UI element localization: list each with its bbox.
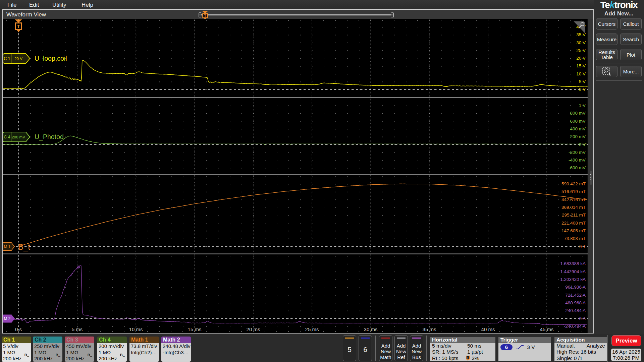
svg-text:45 ms: 45 ms [540, 326, 554, 332]
svg-text:20 ms: 20 ms [247, 326, 260, 332]
svg-text:1.683388 kA: 1.683388 kA [560, 261, 586, 266]
svg-text:U_Photod: U_Photod [35, 133, 64, 141]
svg-text:30 ms: 30 ms [364, 326, 378, 332]
svg-text:10 ms: 10 ms [129, 326, 143, 332]
svg-text:20 V: 20 V [14, 57, 22, 61]
svg-text:221.408 mT: 221.408 mT [561, 221, 586, 226]
svg-text:0 V: 0 V [579, 87, 586, 92]
svg-text:516.619 mT: 516.619 mT [561, 189, 586, 194]
svg-text:369.014 mT: 369.014 mT [561, 205, 586, 210]
svg-text:73.803 mT: 73.803 mT [564, 236, 586, 241]
svg-text:25 ms: 25 ms [305, 326, 319, 332]
svg-text:15 ms: 15 ms [188, 326, 202, 332]
svg-text:0 V: 0 V [579, 142, 586, 147]
svg-text:200 mV: 200 mV [12, 135, 25, 139]
svg-text:B_t: B_t [18, 242, 30, 251]
svg-text:400 mV: 400 mV [570, 126, 586, 131]
svg-text:442.816 mT: 442.816 mT [561, 197, 586, 202]
svg-text:800 mV: 800 mV [570, 111, 586, 116]
svg-text:1 V: 1 V [579, 103, 586, 108]
svg-text:15 V: 15 V [576, 63, 586, 68]
svg-text:10 V: 10 V [576, 71, 586, 76]
svg-text:U_loop,coil: U_loop,coil [35, 55, 67, 62]
svg-text:T: T [17, 24, 20, 29]
svg-text:0 T: 0 T [579, 244, 586, 249]
svg-text:C 4: C 4 [4, 135, 10, 139]
svg-text:35 ms: 35 ms [423, 326, 436, 332]
svg-text:-400 mV: -400 mV [569, 158, 586, 163]
svg-text:721.452 A: 721.452 A [565, 293, 586, 298]
svg-text:200 mV: 200 mV [570, 134, 586, 139]
svg-text:0 s: 0 s [15, 326, 22, 332]
svg-text:-600 mV: -600 mV [569, 165, 586, 170]
svg-text:T: T [204, 14, 206, 18]
svg-text:25 V: 25 V [576, 48, 586, 53]
svg-text:40 ms: 40 ms [481, 326, 495, 332]
svg-text:C 1: C 1 [4, 56, 10, 61]
svg-text:30 V: 30 V [576, 40, 586, 45]
svg-text:T: T [467, 356, 469, 359]
svg-text:295.211 mT: 295.211 mT [562, 213, 586, 218]
svg-text:5 V: 5 V [579, 79, 586, 84]
svg-text:-240.484 A: -240.484 A [564, 324, 586, 329]
svg-text:147.605 mT: 147.605 mT [561, 228, 586, 233]
svg-text:240.484 A: 240.484 A [565, 308, 586, 313]
svg-text:M 2: M 2 [4, 316, 10, 321]
svg-text:M 1: M 1 [4, 244, 10, 249]
svg-text:961.936 A: 961.936 A [565, 285, 586, 290]
svg-text:1.202420 kA: 1.202420 kA [560, 277, 586, 282]
svg-text:1.442904 kA: 1.442904 kA [560, 269, 586, 274]
svg-text:20 V: 20 V [576, 56, 586, 61]
svg-text:5 ms: 5 ms [72, 326, 83, 332]
svg-text:600 mV: 600 mV [570, 119, 586, 124]
svg-text:35 V: 35 V [576, 32, 586, 37]
svg-text:-200 mV: -200 mV [569, 150, 586, 155]
svg-text:480.968 A: 480.968 A [565, 300, 586, 305]
svg-text:590.422 mT: 590.422 mT [561, 181, 586, 186]
svg-text:0 A: 0 A [579, 316, 586, 321]
